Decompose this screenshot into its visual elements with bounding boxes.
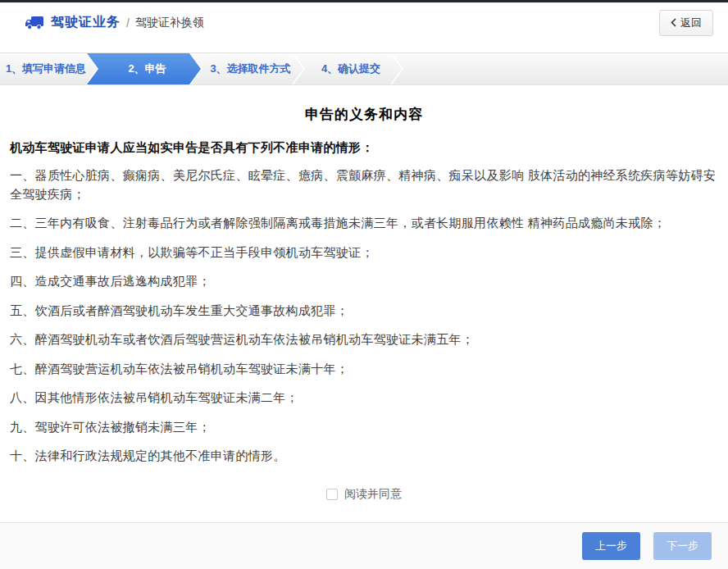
- step-label: 4、确认提交: [321, 61, 380, 76]
- declaration-item-2: 二、三年内有吸食、注射毒品行为或者解除强制隔离戒毒措施未满三年，或者长期服用依赖…: [10, 214, 718, 233]
- header: 驾驶证业务 / 驾驶证补换领 返回: [0, 2, 728, 43]
- chevron-left-icon: [671, 18, 676, 27]
- step-label: 3、选择取件方式: [210, 61, 290, 76]
- step-1-fill-info[interactable]: 1、填写申请信息: [0, 53, 97, 84]
- declaration-item-10: 十、法律和行政法规规定的其他不准申请的情形。: [10, 447, 718, 466]
- back-button-label: 返回: [680, 16, 702, 30]
- step-3-pickup-method[interactable]: 3、选择取件方式: [191, 53, 303, 84]
- declaration-item-8: 八、因其他情形依法被吊销机动车驾驶证未满二年；: [10, 389, 718, 407]
- content-lead: 机动车驾驶证申请人应当如实申告是否具有下列不准申请的情形：: [10, 140, 718, 156]
- truck-icon: [25, 15, 44, 30]
- page-title: 驾驶证业务: [51, 14, 121, 31]
- back-button[interactable]: 返回: [659, 10, 713, 36]
- breadcrumb-current: 驾驶证补换领: [135, 16, 204, 30]
- step-2-declaration[interactable]: 2、申告: [87, 53, 201, 84]
- step-label: 2、申告: [128, 61, 166, 76]
- steps-bar: 1、填写申请信息 2、申告 3、选择取件方式 4、确认提交: [0, 52, 728, 85]
- next-step-button[interactable]: 下一步: [653, 532, 712, 560]
- agreement-row: 阅读并同意: [10, 487, 718, 502]
- page: 驾驶证业务 / 驾驶证补换领 返回 1、填写申请信息 2、申告 3、选择取件方式…: [0, 0, 728, 569]
- declaration-item-6: 六、醉酒驾驶机动车或者饮酒后驾驶营运机动车依法被吊销机动车驾驶证未满五年；: [10, 330, 718, 349]
- header-breadcrumb: 驾驶证业务 / 驾驶证补换领: [25, 14, 204, 31]
- footer: 上一步 下一步: [0, 522, 728, 569]
- agree-checkbox[interactable]: [326, 489, 338, 500]
- declaration-item-5: 五、饮酒后或者醉酒驾驶机动车发生重大交通事故构成犯罪；: [10, 302, 718, 321]
- declaration-item-4: 四、造成交通事故后逃逸构成犯罪；: [10, 272, 718, 291]
- content-title: 申告的义务和内容: [10, 105, 718, 124]
- prev-step-button[interactable]: 上一步: [582, 532, 640, 560]
- breadcrumb-separator: /: [126, 16, 130, 30]
- declaration-item-7: 七、醉酒驾驶营运机动车依法被吊销机动车驾驶证未满十年；: [10, 360, 718, 379]
- declaration-content: 申告的义务和内容 机动车驾驶证申请人应当如实申告是否具有下列不准申请的情形： 一…: [0, 85, 728, 522]
- declaration-item-9: 九、驾驶许可依法被撤销未满三年；: [10, 418, 718, 437]
- declaration-item-3: 三、提供虚假申请材料，以欺骗等不正当手段申领机动车驾驶证；: [10, 244, 718, 262]
- declaration-item-1: 一、器质性心脏病、癫痫病、美尼尔氏症、眩晕症、癔病、震颤麻痹、精神病、痴呆以及影…: [10, 166, 718, 203]
- step-4-confirm-submit[interactable]: 4、确认提交: [293, 53, 402, 84]
- steps-filler: [392, 53, 728, 84]
- agree-checkbox-label: 阅读并同意: [344, 487, 402, 502]
- step-label: 1、填写申请信息: [6, 61, 86, 76]
